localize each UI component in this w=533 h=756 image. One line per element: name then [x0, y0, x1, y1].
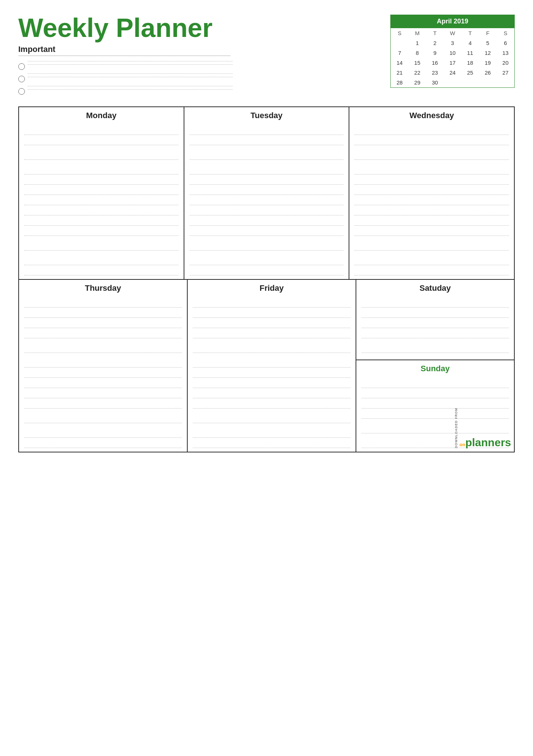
- line: [193, 398, 350, 409]
- cal-cell: [461, 78, 479, 88]
- line: [361, 308, 509, 318]
- cal-cell: 30: [426, 78, 444, 88]
- cal-header-t2: T: [461, 28, 479, 38]
- cal-cell: 27: [496, 68, 514, 78]
- line: [189, 174, 344, 185]
- important-item-3: [18, 83, 376, 95]
- line: [361, 388, 509, 398]
- line: [189, 215, 344, 226]
- line: [189, 160, 344, 174]
- title-section: Weekly Planner Important: [18, 15, 376, 95]
- circle-icon-2: [18, 76, 25, 82]
- line: [189, 145, 344, 160]
- wednesday-title: Wednesday: [354, 111, 509, 120]
- line: [354, 251, 509, 265]
- header-area: Weekly Planner Important: [18, 15, 515, 95]
- calendar-section: April 2019 S M T W T F S 1 2 3: [390, 15, 515, 88]
- line: [24, 378, 182, 388]
- watermark-text: DOWNLOADED FROM: [454, 408, 458, 448]
- cal-header-t1: T: [426, 28, 444, 38]
- line: [354, 226, 509, 236]
- tuesday-title: Tuesday: [189, 111, 344, 120]
- cal-cell: [444, 78, 461, 88]
- cal-cell: 5: [479, 38, 496, 48]
- line: [24, 185, 179, 195]
- planners-text: planners: [465, 436, 511, 448]
- line: [24, 338, 182, 353]
- line: [354, 160, 509, 174]
- cal-row-3: 14 15 16 17 18 19 20: [391, 58, 515, 68]
- line: [354, 174, 509, 185]
- line: [24, 125, 179, 135]
- line: [354, 236, 509, 251]
- line: [193, 368, 350, 378]
- dotted-line-5: [28, 86, 233, 86]
- thursday-lines: [24, 297, 182, 448]
- friday-cell: Friday: [188, 280, 356, 452]
- important-label: Important: [18, 45, 230, 56]
- line: [24, 409, 182, 423]
- cal-cell: 9: [426, 48, 444, 58]
- cal-header-m: M: [409, 28, 426, 38]
- calendar-table: S M T W T F S 1 2 3 4 5 6: [390, 28, 515, 88]
- monday-cell: Monday: [19, 107, 184, 279]
- line: [189, 185, 344, 195]
- cal-cell: 18: [461, 58, 479, 68]
- on-text: on: [459, 442, 465, 447]
- line: [361, 398, 509, 409]
- cal-cell: 24: [444, 68, 461, 78]
- line: [354, 125, 509, 135]
- cal-cell: 12: [479, 48, 496, 58]
- cal-cell: 3: [444, 38, 461, 48]
- sunday-section: Sunday DOWNLOADED FROM onplanners: [356, 360, 514, 452]
- cal-cell: 17: [444, 58, 461, 68]
- line: [193, 338, 350, 353]
- line: [189, 226, 344, 236]
- cal-cell: [479, 78, 496, 88]
- tuesday-cell: Tuesday: [184, 107, 350, 279]
- line: [193, 318, 350, 328]
- line: [189, 195, 344, 205]
- saturday-lines: [361, 297, 509, 353]
- important-section: Important: [18, 45, 376, 95]
- line: [24, 398, 182, 409]
- cal-cell: 19: [479, 58, 496, 68]
- line: [193, 438, 350, 448]
- cal-row-4: 21 22 23 24 25 26 27: [391, 68, 515, 78]
- dotted-line-1: [28, 61, 233, 61]
- cal-cell: 4: [461, 38, 479, 48]
- saturday-sunday-cell: Satuday Sunday: [356, 280, 514, 452]
- line: [24, 160, 179, 174]
- important-item-1: [18, 58, 376, 70]
- thursday-title: Thursday: [24, 283, 182, 293]
- cal-row-5: 28 29 30: [391, 78, 515, 88]
- line: [24, 353, 182, 368]
- line: [354, 185, 509, 195]
- tuesday-lines: [189, 125, 344, 275]
- circle-icon-3: [18, 88, 25, 95]
- dotted-line-2: [28, 64, 233, 65]
- line: [24, 145, 179, 160]
- line: [24, 215, 179, 226]
- monday-title: Monday: [24, 111, 179, 120]
- cal-cell: 14: [391, 58, 409, 68]
- line: [24, 226, 179, 236]
- calendar-header-row: S M T W T F S: [391, 28, 515, 38]
- monday-lines: [24, 125, 179, 275]
- cal-cell: 25: [461, 68, 479, 78]
- line: [24, 368, 182, 378]
- line: [354, 145, 509, 160]
- cal-header-w: W: [444, 28, 461, 38]
- line: [24, 328, 182, 338]
- line: [361, 297, 509, 308]
- cal-cell: 7: [391, 48, 409, 58]
- line: [24, 388, 182, 398]
- friday-title: Friday: [193, 283, 350, 293]
- dotted-line-6: [28, 89, 233, 90]
- line: [24, 205, 179, 215]
- cal-cell: 16: [426, 58, 444, 68]
- cal-cell: 28: [391, 78, 409, 88]
- weekly-grid: Monday Tuesday: [18, 106, 515, 452]
- friday-lines: [193, 297, 350, 448]
- grid-row-top: Monday Tuesday: [19, 107, 514, 280]
